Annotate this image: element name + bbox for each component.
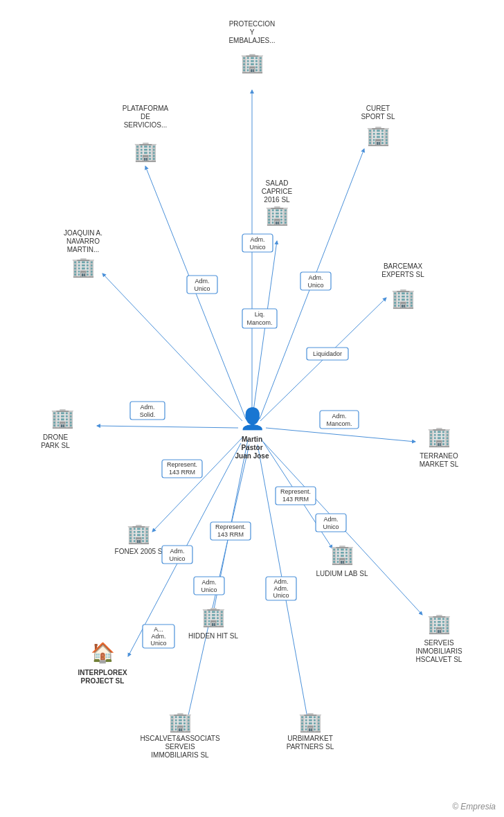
role-text-rep-2a: Represent. bbox=[215, 523, 246, 530]
label-drone1: DRONE bbox=[43, 433, 68, 441]
building-icon-interplorex: 🏠 bbox=[91, 641, 115, 664]
role-text-interp-c: Unico bbox=[150, 640, 166, 647]
label-drone2: PARK SL bbox=[41, 442, 70, 449]
building-icon-proteccion: 🏢 bbox=[240, 51, 264, 74]
network-graph: 🏢 PROTECCION Y EMBALAJES... 🏢 PLATAFORMA… bbox=[0, 0, 504, 817]
center-person-icon[interactable]: 👤 bbox=[240, 406, 266, 431]
center-person-name2: Pastor bbox=[241, 444, 262, 451]
label-salad2: CAPRICE bbox=[262, 188, 293, 195]
role-text-fonex-b: Unico bbox=[169, 555, 185, 562]
center-person-name3: Juan Jose bbox=[235, 452, 269, 460]
role-text-interp-b: Adm. bbox=[151, 633, 165, 640]
role-text-rep-1b: 143 RRM bbox=[169, 469, 195, 476]
label-plataforma1: PLATAFORMA bbox=[123, 105, 169, 112]
label-plataforma3: SERVICIOS... bbox=[124, 121, 168, 129]
role-text-adm-2a: Adm. bbox=[250, 236, 264, 243]
label-barcemax1: BARCEMAX bbox=[384, 262, 422, 270]
label-proteccion2: Y bbox=[250, 28, 255, 36]
label-serveis1: SERVEIS bbox=[424, 639, 453, 647]
building-icon-curet: 🏢 bbox=[366, 124, 390, 147]
role-text-fonex-a: Adm. bbox=[170, 548, 184, 555]
building-icon-serveis: 🏢 bbox=[427, 612, 451, 635]
center-person-name1: Martin bbox=[242, 436, 262, 443]
role-text-aau-a: Adm. bbox=[273, 578, 288, 585]
building-icon-barcemax: 🏢 bbox=[391, 287, 415, 309]
svg-line-7 bbox=[266, 428, 415, 442]
role-text-hh-a: Adm. bbox=[201, 579, 216, 586]
role-text-rep-2b: 143 RRM bbox=[217, 531, 244, 538]
label-salad3: 2016 SL bbox=[264, 196, 290, 204]
role-text-aau-c: Unico bbox=[273, 592, 289, 599]
label-joaquin1: JOAQUIN A. bbox=[64, 229, 102, 237]
role-text-adm-2b: Unico bbox=[249, 244, 265, 251]
building-icon-urbimarket: 🏢 bbox=[298, 710, 323, 733]
building-icon-drone: 🏢 bbox=[51, 406, 75, 429]
label-serveis2: INMOBILIARIS bbox=[415, 647, 462, 655]
building-icon-hiddenhit: 🏢 bbox=[201, 605, 226, 628]
building-icon-hscalvet: 🏢 bbox=[168, 710, 192, 733]
label-interplorex1: INTERPLOREX bbox=[78, 669, 127, 676]
label-hscalvet1: HSCALVET&ASSOCIATS bbox=[140, 735, 220, 742]
role-text-adm-1b: Unico bbox=[194, 285, 210, 292]
label-fonex: FONEX 2005 S bbox=[115, 548, 163, 555]
label-barcemax2: EXPERTS SL bbox=[381, 271, 424, 278]
role-text-ludium-b: Unico bbox=[323, 523, 339, 530]
label-urbi1: URBIMARKET bbox=[287, 735, 333, 742]
label-hscalvet3: IMMOBILIARIS SL bbox=[151, 751, 209, 759]
role-text-adm-3a: Adm. bbox=[308, 274, 323, 281]
label-curet1: CURET bbox=[366, 105, 390, 112]
label-proteccion3: EMBALAJES... bbox=[228, 37, 275, 44]
building-icon-plataforma: 🏢 bbox=[134, 140, 158, 163]
building-icon-fonex: 🏢 bbox=[127, 522, 151, 545]
label-ludium: LUDIUM LAB SL bbox=[316, 570, 368, 577]
role-text-liquidador: Liquidador bbox=[313, 350, 342, 357]
role-text-interp-a: A... bbox=[154, 626, 163, 633]
svg-line-3 bbox=[252, 241, 277, 421]
role-text-rep-3a: Represent. bbox=[280, 488, 311, 495]
label-terraneo2: MARKET SL bbox=[420, 460, 459, 468]
svg-line-8 bbox=[152, 436, 244, 532]
label-proteccion: PROTECCION bbox=[229, 20, 276, 28]
label-terraneo1: TERRANEO bbox=[420, 452, 458, 460]
role-text-ludium-a: Adm. bbox=[323, 516, 338, 523]
label-hscalvet2: SERVEIS bbox=[165, 743, 195, 751]
role-text-mancom-b: Mancom. bbox=[326, 420, 352, 427]
label-plataforma2: DE bbox=[141, 113, 150, 120]
watermark: © Empresia bbox=[452, 802, 496, 811]
label-serveis3: HSCALVET SL bbox=[416, 656, 462, 663]
label-salad1: SALAD bbox=[266, 179, 289, 187]
role-text-adm-3b: Unico bbox=[307, 282, 323, 289]
label-interplorex2: PROJECT SL bbox=[81, 677, 125, 685]
building-icon-ludium: 🏢 bbox=[330, 543, 354, 566]
building-icon-terraneo: 🏢 bbox=[427, 425, 451, 448]
label-joaquin3: MARTIN... bbox=[67, 246, 99, 253]
label-hiddenhit: HIDDEN HIT SL bbox=[188, 632, 238, 640]
svg-line-6 bbox=[97, 426, 238, 428]
role-text-mancom-a: Adm. bbox=[332, 413, 346, 420]
building-icon-salad: 🏢 bbox=[265, 204, 289, 226]
building-icon-joaquin: 🏢 bbox=[71, 255, 96, 278]
role-text-adm-1a: Adm. bbox=[195, 278, 209, 285]
label-joaquin2: NAVARRO bbox=[66, 237, 100, 245]
label-curet2: SPORT SL bbox=[361, 113, 395, 120]
role-text-solid-a: Adm. bbox=[140, 404, 154, 411]
role-text-hh-b: Unico bbox=[201, 586, 217, 593]
label-urbi2: PARTNERS SL bbox=[287, 743, 334, 751]
role-text-rep-3b: 143 RRM bbox=[282, 496, 309, 503]
svg-line-4 bbox=[102, 273, 242, 421]
role-text-liq-b: Mancom. bbox=[246, 319, 272, 326]
role-text-solid-b: Solid. bbox=[140, 411, 156, 418]
role-text-rep-1a: Represent. bbox=[167, 461, 197, 468]
role-text-aau-b: Adm. bbox=[273, 585, 288, 592]
role-text-liq-a: Liq. bbox=[255, 311, 265, 318]
